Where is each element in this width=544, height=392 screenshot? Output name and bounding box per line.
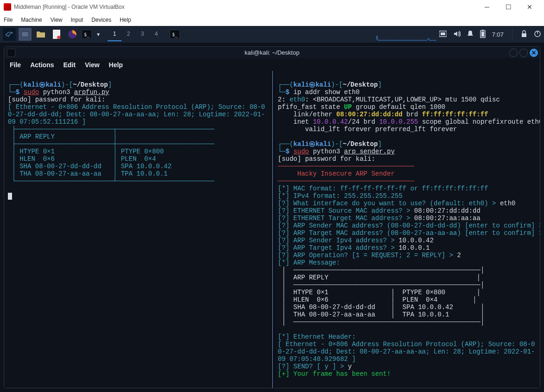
terminal-maximize-button[interactable] [519,49,528,57]
term-menu-actions[interactable]: Actions [30,61,54,69]
cursor [8,193,12,200]
svg-rect-5 [441,32,445,35]
menu-machine[interactable]: Machine [21,17,42,23]
svg-rect-7 [481,32,484,37]
notification-icon[interactable] [467,30,474,39]
term-menu-help[interactable]: Help [109,61,123,69]
menu-input[interactable]: Input [71,17,83,23]
battery-icon[interactable] [480,30,486,39]
menu-devices[interactable]: Devices [91,17,111,23]
menu-file[interactable]: File [4,17,13,23]
editor-icon[interactable] [50,28,63,41]
volume-icon[interactable] [453,30,461,39]
terminal-window: kali@kali: ~/Desktop ✕ File Actions Edit… [4,46,540,388]
power-icon[interactable] [534,30,541,39]
workspace-4[interactable]: 4 [149,27,163,41]
maximize-button[interactable]: ☐ [498,0,519,14]
terminal-menubar[interactable]: File Actions Edit View Help [4,58,540,71]
close-button[interactable]: ✕ [519,0,540,14]
menu-help[interactable]: Help [120,17,131,23]
menu-view[interactable]: View [51,17,63,23]
terminal-title: kali@kali: ~/Desktop [4,49,540,56]
clock[interactable]: 7:07 [492,31,504,38]
term-menu-file[interactable]: File [10,61,21,69]
dropdown-icon[interactable]: ▾ [95,28,102,41]
lock-icon[interactable] [521,30,527,39]
kali-menu-icon[interactable] [3,28,16,41]
workspace-3[interactable]: 3 [135,27,149,41]
term-menu-view[interactable]: View [85,61,100,69]
svg-rect-9 [522,33,526,37]
workspace-1[interactable]: 1 [108,27,122,41]
workspace-2[interactable]: 2 [122,27,135,41]
files-icon[interactable] [34,28,47,41]
ethernet-header-info: [ Ethernet - 0×806 Address Resolution Pr… [8,103,265,126]
svg-rect-8 [482,30,484,31]
window-title: Middleman [Running] - Oracle VM VirtualB… [14,4,476,10]
terminal-launcher-icon[interactable]: $_ [82,30,92,39]
tray-recorder-icon[interactable] [439,31,447,38]
kali-desktop: $_ ▾ 1 2 3 4 $_ 7:07 Home arpfun.py arp_… [0,26,544,392]
minimize-button[interactable]: ─ [476,0,498,14]
terminal-pane-left[interactable]: ┌──(kali㉿kali)-[~/Desktop] └─$ sudo pyth… [4,71,274,388]
taskbar-terminal-icon[interactable]: $_ [170,30,180,39]
terminal-minimize-button[interactable] [509,49,518,57]
sudo-prompt: [sudo] password for kali: [8,96,105,103]
panel-item[interactable] [19,28,32,41]
terminal-pane-right[interactable]: ┌──(kali㉿kali)-[~/Desktop] └─$ ip addr s… [274,71,540,388]
virtualbox-titlebar: Middleman [Running] - Oracle VM VirtualB… [0,0,544,14]
terminal-close-button[interactable]: ✕ [530,49,538,57]
virtualbox-icon [4,3,11,11]
firefox-icon[interactable] [66,28,79,41]
terminal-titlebar[interactable]: kali@kali: ~/Desktop ✕ [4,47,540,58]
kali-panel[interactable]: $_ ▾ 1 2 3 4 $_ 7:07 [0,26,544,43]
term-menu-edit[interactable]: Edit [63,61,75,69]
workspace-switcher[interactable]: 1 2 3 4 [108,27,163,41]
virtualbox-menubar[interactable]: File Machine View Input Devices Help [0,14,544,26]
network-graph [376,28,436,41]
